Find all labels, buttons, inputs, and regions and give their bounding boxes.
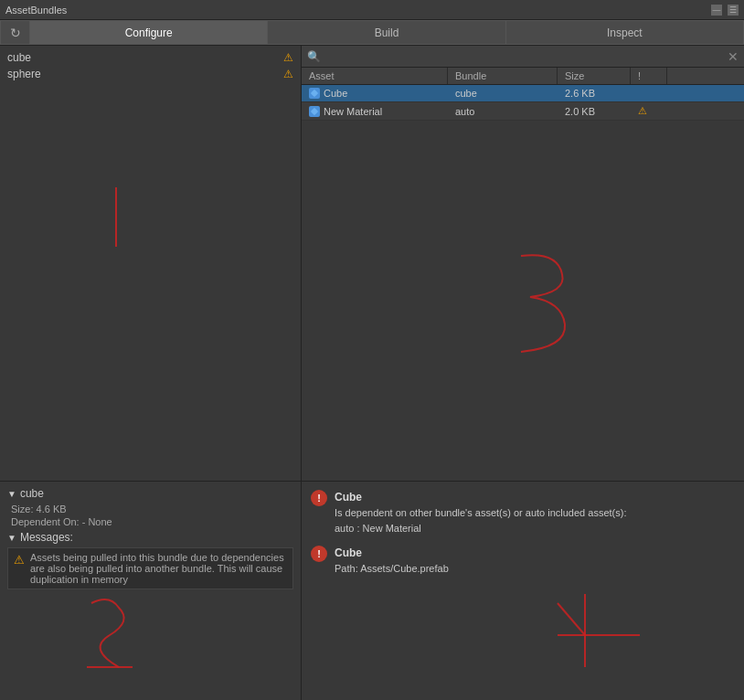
bundle-item-sphere[interactable]: sphere ⚠	[0, 66, 301, 82]
right-panel: 🔍 ✕ Asset Bundle Size ! Cube cube 2.6 KB	[302, 46, 744, 700]
info-dependent-row: Dependent On: - None	[7, 516, 293, 527]
table-header: Asset Bundle Size !	[302, 68, 744, 85]
asset-cell-cube: Cube	[302, 85, 448, 101]
message-text-2: Cube Path: Assets/Cube.prefab	[335, 545, 449, 577]
info-size-row: Size: 4.6 KB	[7, 504, 293, 514]
bundle-info-title: cube	[20, 487, 44, 500]
message-warn-icon: ⚠	[14, 553, 25, 567]
size-label: Size:	[11, 504, 33, 514]
warn-icon-material: ⚠	[638, 105, 647, 117]
info-icon-2: !	[311, 546, 327, 562]
search-input[interactable]	[324, 50, 724, 63]
warn-cell-cube	[631, 90, 667, 96]
refresh-button[interactable]: ↻	[0, 20, 29, 45]
size-value: 4.6 KB	[37, 504, 67, 514]
search-icon: 🔍	[307, 50, 321, 63]
warn-cell-material: ⚠	[631, 102, 667, 120]
main-content: cube ⚠ sphere ⚠ ▼ cube Size: 4.6 KB Depe…	[0, 46, 744, 700]
dependent-label: Dependent On:	[11, 516, 80, 527]
asset-cell-material: New Material	[302, 103, 448, 120]
message-box: ⚠ Assets being pulled into this bundle d…	[7, 547, 293, 589]
warning-icon-cube: ⚠	[283, 51, 293, 64]
size-cell-material: 2.0 KB	[558, 103, 631, 120]
message-block-1: ! Cube Is dependent on other bundle's as…	[311, 489, 735, 536]
messages-title: ▼ Messages:	[7, 531, 293, 544]
tab-configure[interactable]: Configure	[29, 20, 267, 45]
search-bar: 🔍 ✕	[302, 46, 744, 68]
minimize-button[interactable]: —	[711, 5, 722, 16]
col-header-asset[interactable]: Asset	[302, 68, 448, 84]
message-block-2: ! Cube Path: Assets/Cube.prefab	[311, 545, 735, 577]
dependent-value: - None	[82, 516, 112, 527]
title-bar-right: — ☰	[711, 5, 739, 16]
asset-name-material: New Material	[324, 106, 382, 117]
title-bar: AssetBundles — ☰	[0, 0, 744, 20]
col-header-size[interactable]: Size	[558, 68, 631, 84]
table-row[interactable]: Cube cube 2.6 KB	[302, 85, 744, 102]
info-section: ▼ cube Size: 4.6 KB Dependent On: - None…	[0, 481, 301, 700]
asset-table: Asset Bundle Size ! Cube cube 2.6 KB N	[302, 68, 744, 481]
bundle-cell-material: auto	[448, 103, 558, 120]
asset-name-cube: Cube	[324, 88, 347, 99]
bundle-item-cube[interactable]: cube ⚠	[0, 49, 301, 66]
message-text: Assets being pulled into this bundle due…	[30, 552, 287, 585]
title-bar-left: AssetBundles	[5, 5, 67, 16]
asset-icon-cube	[309, 88, 320, 99]
bundle-name-cube: cube	[7, 51, 31, 64]
left-panel: cube ⚠ sphere ⚠ ▼ cube Size: 4.6 KB Depe…	[0, 46, 302, 700]
asset-icon-material	[309, 106, 320, 117]
warning-icon-sphere: ⚠	[283, 68, 293, 80]
messages-chevron-icon: ▼	[7, 533, 16, 543]
col-header-warn[interactable]: !	[631, 68, 667, 84]
tab-build[interactable]: Build	[267, 20, 505, 45]
bundle-cell-cube: cube	[448, 85, 558, 101]
tab-inspect[interactable]: Inspect	[505, 20, 744, 45]
info-icon-1: !	[311, 490, 327, 506]
bundle-name-sphere: sphere	[7, 68, 41, 80]
menu-button[interactable]: ☰	[728, 5, 739, 16]
message-body-1: Is dependent on other bundle's asset(s) …	[335, 505, 626, 536]
info-section-title: ▼ cube	[7, 487, 293, 500]
chevron-icon: ▼	[7, 489, 16, 499]
right-bottom-panel: ! Cube Is dependent on other bundle's as…	[302, 481, 744, 700]
search-clear-button[interactable]: ✕	[728, 49, 739, 64]
message-text-1: Cube Is dependent on other bundle's asse…	[335, 489, 626, 536]
message-title-2: Cube	[335, 545, 449, 561]
col-header-bundle[interactable]: Bundle	[448, 68, 558, 84]
window-title: AssetBundles	[5, 5, 67, 16]
table-row[interactable]: New Material auto 2.0 KB ⚠	[302, 102, 744, 121]
size-cell-cube: 2.6 KB	[558, 85, 631, 101]
message-body-2: Path: Assets/Cube.prefab	[335, 561, 449, 577]
messages-label: Messages:	[20, 531, 73, 544]
messages-section: ▼ Messages: ⚠ Assets being pulled into t…	[7, 531, 293, 589]
tab-bar: ↻ Configure Build Inspect	[0, 20, 744, 46]
message-title-1: Cube	[335, 489, 626, 505]
bundle-list: cube ⚠ sphere ⚠	[0, 46, 301, 481]
